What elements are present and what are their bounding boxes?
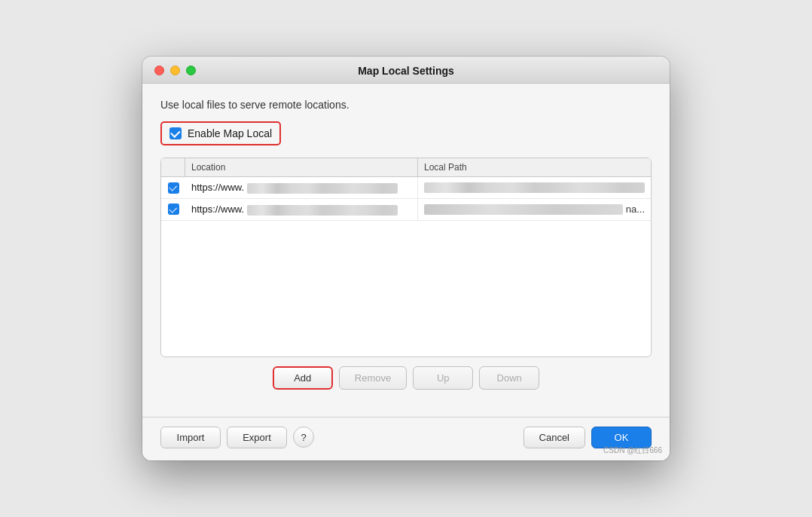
export-button[interactable]: Export [227,427,287,448]
action-buttons: Add Remove Up Down [160,366,652,390]
row-2-location-blurred [247,205,398,216]
table-header-local-path: Local Path [418,158,651,176]
enable-map-local-row[interactable]: Enable Map Local [160,121,281,145]
row-1-location: https://www. [185,177,418,198]
traffic-lights [154,66,196,75]
table-header-checkbox-col [161,158,185,176]
row-2-path-suffix: na... [626,203,645,215]
row-2-location-text: https://www. [191,203,244,215]
add-button[interactable]: Add [273,366,333,390]
down-button[interactable]: Down [479,366,539,390]
row-2-location: https://www. [185,199,418,220]
enable-map-local-label: Enable Map Local [188,127,272,139]
row-1-checkbox-box[interactable] [168,182,179,194]
up-button[interactable]: Up [413,366,473,390]
watermark-text: CSDN @红日666 [603,445,662,456]
row-2-local-path: na... [418,199,651,219]
table-header: Location Local Path [161,158,651,177]
enable-map-local-checkbox[interactable] [169,127,182,139]
maximize-button[interactable] [186,66,196,75]
window-title: Map Local Settings [358,65,454,77]
mappings-table: Location Local Path https://www. [160,158,652,356]
minimize-button[interactable] [170,66,180,75]
row-1-location-text: https://www. [191,182,244,193]
dialog-content: Use local files to serve remote location… [142,84,670,416]
row-2-path-blurred [424,204,623,215]
close-button[interactable] [154,66,164,75]
row-1-local-path [418,178,651,197]
help-button[interactable]: ? [293,427,314,448]
row-1-path-blurred [424,182,645,193]
cancel-button[interactable]: Cancel [524,427,585,448]
table-body: https://www. https://www. [161,177,651,356]
table-empty-area [161,221,651,356]
row-2-checkbox[interactable] [161,199,185,219]
table-header-location: Location [185,158,418,176]
table-row[interactable]: https://www. na... [161,199,651,221]
dialog-window: Map Local Settings Use local files to se… [142,57,670,460]
title-bar: Map Local Settings [142,57,670,84]
row-1-location-blurred [247,183,398,194]
description-text: Use local files to serve remote location… [160,99,652,111]
row-1-checkbox[interactable] [161,178,185,198]
footer: Import Export ? Cancel OK [142,417,670,460]
footer-left-buttons: Import Export ? [160,427,314,448]
row-2-checkbox-box[interactable] [168,203,179,215]
remove-button[interactable]: Remove [339,366,407,390]
import-button[interactable]: Import [160,427,221,448]
table-row[interactable]: https://www. [161,177,651,199]
